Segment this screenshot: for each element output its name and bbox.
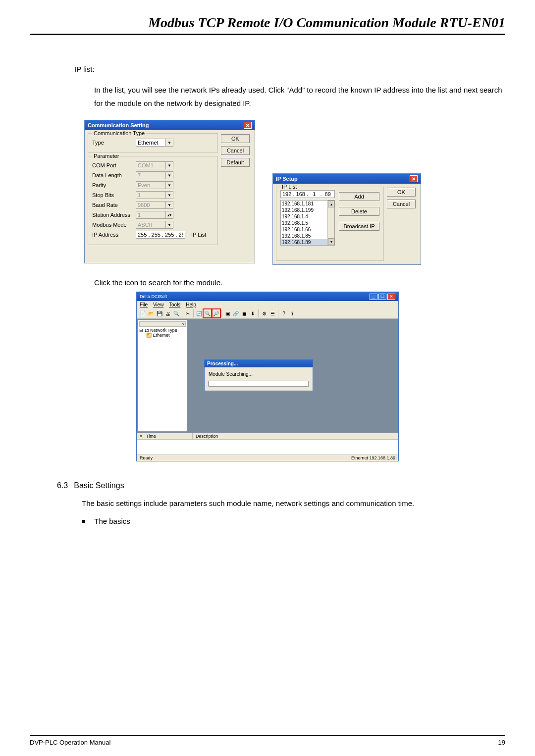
add-button[interactable]: Add (339, 192, 379, 201)
dcisoft-title: Delta DCISoft (140, 294, 167, 299)
ip-list-button[interactable]: IP List (191, 232, 206, 238)
menubar[interactable]: File View Tools Help (137, 301, 398, 308)
default-button[interactable]: Default (221, 158, 250, 167)
processing-title: Processing... (205, 360, 313, 367)
section-body: The basic settings include parameters su… (82, 498, 505, 509)
list-item[interactable]: 192.168.1.66 (281, 226, 334, 233)
comm-setting-titlebar: Communication Setting ✕ (85, 120, 255, 130)
menu-tools[interactable]: Tools (169, 302, 180, 307)
station-address-input (136, 211, 165, 219)
baud-rate-select (136, 201, 165, 209)
status-right: Ethernet 192.168.1.89 (351, 455, 395, 460)
tree-panel: ⋯x ⊟ 🗂 Network Type 📶 Ethernet (138, 320, 187, 432)
parity-label: Parity (92, 182, 133, 188)
data-length-label: Data Length (92, 172, 133, 178)
menu-view[interactable]: View (153, 302, 164, 307)
close-icon[interactable]: ✕ (410, 175, 418, 182)
maximize-icon[interactable]: ☐ (378, 294, 386, 300)
group-communication-type: Communication Type (92, 130, 146, 136)
modbus-mode-label: Modbus Mode (92, 222, 133, 228)
minimize-icon[interactable]: _ (370, 294, 377, 300)
search-icon[interactable]: 🔍 (204, 309, 212, 317)
click-icon-instruction: Click the icon to search for the module. (94, 278, 505, 287)
chevron-down-icon: ▼ (165, 221, 173, 229)
close-icon[interactable]: ✕ (387, 294, 395, 300)
type-select[interactable] (136, 139, 165, 147)
open-icon[interactable]: 📂 (147, 309, 155, 317)
com-port-label: COM Port (92, 162, 133, 168)
cancel-button[interactable]: Cancel (221, 146, 250, 155)
section-number: 6.3 (57, 481, 68, 490)
menu-help[interactable]: Help (186, 302, 196, 307)
bullet-icon: ■ (82, 518, 85, 525)
tree-item-ethernet[interactable]: 📶 Ethernet (139, 333, 186, 338)
tree-root[interactable]: ⊟ 🗂 Network Type (139, 328, 186, 333)
scroll-down-icon[interactable]: ▾ (328, 238, 334, 245)
list-item[interactable]: 192.168.1.5 (281, 220, 334, 226)
close-icon[interactable]: ✕ (244, 122, 252, 129)
ok-button[interactable]: OK (387, 188, 416, 197)
settings-icon[interactable]: ⚙ (260, 309, 268, 317)
preview-icon[interactable]: 🔍 (172, 309, 180, 317)
cut-icon[interactable]: ✂ (184, 309, 192, 317)
group-parameter: Parameter (92, 153, 120, 159)
list-item[interactable]: 192.168.1.4 (281, 213, 334, 220)
list-icon[interactable]: ☰ (268, 309, 276, 317)
type-label: Type (92, 140, 133, 146)
about-icon[interactable]: ℹ (288, 309, 296, 317)
ip-input[interactable] (280, 190, 335, 198)
baud-rate-label: Baud Rate (92, 202, 133, 208)
chevron-down-icon: ▼ (165, 161, 173, 169)
download-icon[interactable]: ⬇ (249, 309, 257, 317)
log-time-header: Time (143, 433, 193, 439)
parity-select (136, 181, 165, 189)
new-icon[interactable]: 📄 (139, 309, 147, 317)
menu-file[interactable]: File (140, 302, 148, 307)
chevron-down-icon[interactable]: ▼ (165, 139, 173, 147)
stop-bits-select (136, 191, 165, 199)
status-left: Ready (140, 455, 153, 460)
progress-bar (209, 381, 309, 387)
bullet-text: The basics (94, 517, 130, 525)
ip-address-input[interactable] (136, 231, 185, 239)
stop-icon[interactable]: ◼ (240, 309, 248, 317)
scrollbar[interactable]: ▴ ▾ (327, 201, 334, 245)
log-description-header: Description (193, 433, 398, 439)
comm-setting-title: Communication Setting (88, 122, 149, 128)
ip-listbox[interactable]: 192.168.1.181 192.168.1.199 192.168.1.4 … (280, 200, 335, 246)
page-title: Modbus TCP Remote I/O Communication Modu… (30, 15, 505, 35)
spinner-icon: ▴▾ (165, 211, 173, 219)
connect-icon[interactable]: 🔗 (232, 309, 240, 317)
com-port-select (136, 161, 165, 169)
delete-button[interactable]: Delete (339, 207, 379, 216)
list-item[interactable]: 192.168.1.85 (281, 233, 334, 239)
station-address-label: Station Address (92, 212, 133, 218)
log-body (137, 440, 398, 454)
list-item[interactable]: 192.168.1.181 (281, 201, 334, 207)
dcisoft-window: Delta DCISoft _ ☐ ✕ File View Tools Help… (136, 292, 399, 461)
print-icon[interactable]: 🖨 (164, 309, 172, 317)
data-length-select (136, 171, 165, 179)
section-heading: 6.3 Basic Settings (57, 481, 505, 490)
list-item[interactable]: 192.168.1.199 (281, 207, 334, 213)
refresh-icon[interactable]: 🔄 (195, 309, 203, 317)
modbus-mode-select (136, 221, 165, 229)
save-icon[interactable]: 💾 (156, 309, 163, 317)
section-title: Basic Settings (74, 481, 124, 490)
ip-address-label: IP Address (92, 232, 133, 238)
broadcast-ip-button[interactable]: Broadcast IP (339, 222, 379, 231)
log-header: × Time Description (137, 433, 398, 440)
scroll-up-icon[interactable]: ▴ (328, 201, 334, 207)
search-ip-icon[interactable]: 🔎 (212, 309, 220, 317)
ip-setup-titlebar: IP Setup ✕ (273, 174, 421, 184)
ip-setup-window: IP Setup ✕ IP List 192.168.1.181 192.168… (272, 173, 421, 265)
ok-button[interactable]: OK (221, 134, 250, 143)
tree-panel-close[interactable]: ⋯x (139, 321, 186, 327)
log-toggle-icon[interactable]: × (137, 433, 143, 439)
device-icon[interactable]: ▣ (223, 309, 231, 317)
chevron-down-icon: ▼ (165, 171, 173, 179)
cancel-button[interactable]: Cancel (387, 200, 416, 208)
list-item[interactable]: 192.168.1.89 (281, 239, 334, 246)
help-icon[interactable]: ? (280, 309, 288, 317)
processing-dialog: Processing... Module Searching... (204, 359, 313, 391)
